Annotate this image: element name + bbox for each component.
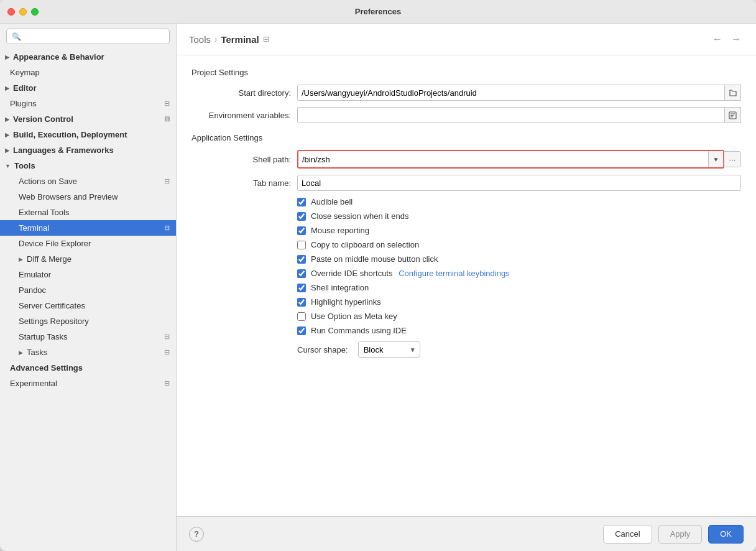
copy-clipboard-checkbox[interactable] xyxy=(297,241,306,249)
chevron-icon: ▶ xyxy=(5,147,9,154)
shell-integration-label: Shell integration xyxy=(311,283,369,292)
mouse-reporting-checkbox[interactable] xyxy=(297,226,306,235)
close-button[interactable] xyxy=(7,8,15,16)
sidebar-item-version-control[interactable]: ▶ Version Control ⊟ xyxy=(0,111,176,127)
sidebar-item-external-tools[interactable]: External Tools xyxy=(0,205,176,220)
sidebar-item-keymap[interactable]: Keymap xyxy=(0,65,176,80)
close-session-row: Close session when it ends xyxy=(191,211,741,221)
env-variables-input[interactable] xyxy=(297,107,725,123)
ok-button[interactable]: OK xyxy=(708,525,744,544)
sidebar-item-label: Terminal xyxy=(19,223,49,233)
sidebar-item-actions-on-save[interactable]: Actions on Save ⊟ xyxy=(0,174,176,189)
shell-integration-checkbox[interactable] xyxy=(297,284,306,292)
sidebar-item-label: Pandoc xyxy=(19,285,46,295)
forward-arrow[interactable]: → xyxy=(729,32,744,46)
start-directory-browse-button[interactable] xyxy=(725,85,741,101)
sidebar-item-plugins[interactable]: Plugins ⊟ xyxy=(0,96,176,111)
shell-path-container: ▼ xyxy=(297,150,724,169)
sidebar-item-label: Appearance & Behavior xyxy=(13,52,104,62)
badge-icon: ⊟ xyxy=(164,379,170,387)
audible-bell-checkbox[interactable] xyxy=(297,198,306,206)
sidebar-item-emulator[interactable]: Emulator xyxy=(0,267,176,282)
highlight-hyperlinks-row: Highlight hyperlinks xyxy=(191,297,741,307)
nav-arrows: ← → xyxy=(710,32,744,46)
main-body: Project Settings Start directory: Enviro… xyxy=(177,55,756,516)
main-content: 🔍 ▶ Appearance & Behavior Keymap ▶ Edito… xyxy=(0,24,756,551)
configure-keybindings-link[interactable]: Configure terminal keybindings xyxy=(399,269,509,278)
sidebar-item-device-file-explorer[interactable]: Device File Explorer xyxy=(0,236,176,251)
tab-name-row: Tab name: xyxy=(191,175,741,191)
sidebar-item-label: Emulator xyxy=(19,270,51,279)
paste-middle-checkbox[interactable] xyxy=(297,255,306,264)
sidebar-item-label: Experimental xyxy=(10,379,57,388)
run-commands-row: Run Commands using IDE xyxy=(191,326,741,335)
apply-button[interactable]: Apply xyxy=(658,525,703,544)
cancel-button[interactable]: Cancel xyxy=(603,525,652,544)
tab-name-label: Tab name: xyxy=(191,178,291,188)
shell-path-row: Shell path: ▼ ··· xyxy=(191,150,741,169)
minimize-button[interactable] xyxy=(19,8,27,16)
sidebar-item-experimental[interactable]: Experimental ⊟ xyxy=(0,376,176,391)
badge-icon: ⊟ xyxy=(164,333,170,341)
override-ide-checkbox[interactable] xyxy=(297,269,306,278)
env-variables-edit-button[interactable] xyxy=(725,107,741,123)
sidebar-item-label: Startup Tasks xyxy=(19,332,68,341)
mouse-reporting-row: Mouse reporting xyxy=(191,226,741,235)
sidebar-item-languages[interactable]: ▶ Languages & Frameworks xyxy=(0,142,176,158)
sidebar-item-server-certs[interactable]: Server Certificates xyxy=(0,298,176,313)
start-directory-input-group xyxy=(297,85,741,101)
sidebar-item-settings-repo[interactable]: Settings Repository xyxy=(0,313,176,329)
shell-path-dropdown-button[interactable]: ▼ xyxy=(708,151,723,167)
help-button[interactable]: ? xyxy=(189,527,204,542)
sidebar-item-label: Actions on Save xyxy=(19,177,77,186)
highlight-hyperlinks-checkbox[interactable] xyxy=(297,298,306,307)
maximize-button[interactable] xyxy=(31,8,39,16)
cursor-shape-select[interactable]: Block Underline Vertical xyxy=(358,341,420,358)
badge-icon: ⊟ xyxy=(164,100,170,108)
run-commands-checkbox[interactable] xyxy=(297,326,306,335)
sidebar-item-pandoc[interactable]: Pandoc xyxy=(0,282,176,298)
mouse-reporting-label: Mouse reporting xyxy=(311,226,369,235)
sidebar-item-label: Advanced Settings xyxy=(10,363,83,373)
sidebar-item-label: External Tools xyxy=(19,208,69,217)
sidebar-item-label: Languages & Frameworks xyxy=(13,146,114,155)
badge-icon: ⊟ xyxy=(164,177,170,185)
shell-path-browse-button[interactable]: ··· xyxy=(724,151,741,167)
chevron-icon: ▼ xyxy=(5,163,11,169)
sidebar-item-appearance[interactable]: ▶ Appearance & Behavior xyxy=(0,49,176,65)
chevron-icon: ▶ xyxy=(19,350,23,356)
traffic-lights xyxy=(7,8,39,16)
copy-clipboard-row: Copy to clipboard on selection xyxy=(191,240,741,249)
tab-name-input[interactable] xyxy=(297,175,741,191)
sidebar-item-tools[interactable]: ▼ Tools xyxy=(0,158,176,174)
help-icon: ? xyxy=(194,529,199,539)
footer-buttons: Cancel Apply OK xyxy=(603,525,744,544)
sidebar-item-web-browsers[interactable]: Web Browsers and Preview xyxy=(0,189,176,205)
search-box[interactable]: 🔍 xyxy=(6,29,170,44)
paste-middle-label: Paste on middle mouse button click xyxy=(311,254,438,264)
chevron-icon: ▶ xyxy=(5,132,9,138)
env-variables-input-group xyxy=(297,107,741,123)
sidebar-item-tasks[interactable]: ▶ Tasks ⊟ xyxy=(0,345,176,360)
use-option-checkbox[interactable] xyxy=(297,312,306,321)
sidebar-item-label: Version Control xyxy=(13,114,73,124)
chevron-icon: ▶ xyxy=(5,116,9,123)
sidebar-item-terminal[interactable]: Terminal ⊟ xyxy=(0,220,176,236)
audible-bell-label: Audible bell xyxy=(311,197,353,206)
cursor-shape-row: Cursor shape: Block Underline Vertical ▼ xyxy=(191,341,741,358)
main-panel: Tools › Terminal ⊟ ← → Project Settings … xyxy=(177,24,756,551)
search-input[interactable] xyxy=(24,32,164,41)
override-ide-label: Override IDE shortcuts Configure termina… xyxy=(311,269,510,278)
start-directory-input[interactable] xyxy=(297,85,725,101)
sidebar-item-build[interactable]: ▶ Build, Execution, Deployment xyxy=(0,127,176,142)
cursor-shape-select-wrapper: Block Underline Vertical ▼ xyxy=(358,341,420,358)
env-variables-label: Environment variables: xyxy=(191,111,291,120)
back-arrow[interactable]: ← xyxy=(710,32,725,46)
shell-path-input[interactable] xyxy=(298,151,708,167)
footer: ? Cancel Apply OK xyxy=(177,516,756,551)
sidebar-item-editor[interactable]: ▶ Editor xyxy=(0,80,176,96)
close-session-checkbox[interactable] xyxy=(297,212,306,221)
sidebar-item-advanced-settings[interactable]: Advanced Settings xyxy=(0,360,176,376)
sidebar-item-startup-tasks[interactable]: Startup Tasks ⊟ xyxy=(0,329,176,345)
sidebar-item-diff-merge[interactable]: ▶ Diff & Merge xyxy=(0,251,176,267)
